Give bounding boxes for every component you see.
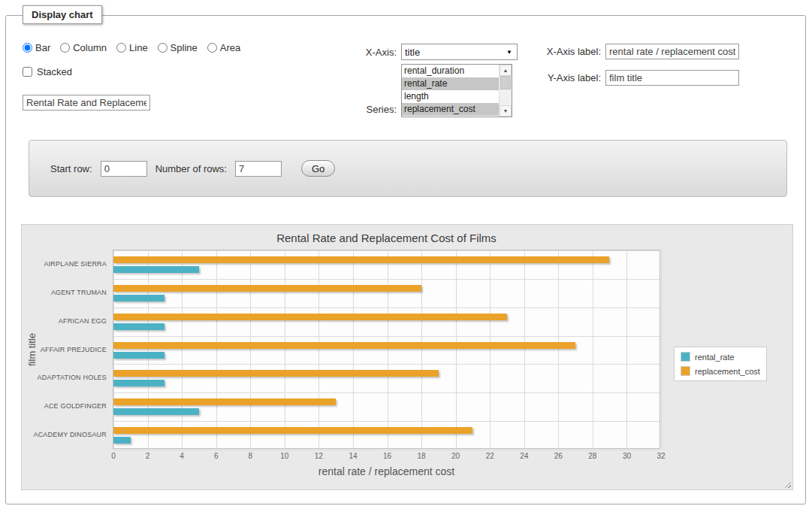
chart-panel: Rental Rate and Replacement Cost of Film… (21, 224, 793, 490)
chart-legend: rental_ratereplacement_cost (674, 347, 767, 381)
grid-line-horizontal (113, 308, 660, 308)
category-labels: AIRPLANE SIERRAAGENT TRUMANAFRICAN EGGAF… (22, 225, 109, 491)
legend-swatch (681, 352, 690, 362)
scroll-down-icon[interactable]: ▼ (500, 105, 512, 117)
category-label: AGENT TRUMAN (51, 289, 107, 296)
number-of-rows-label: Number of rows: (155, 163, 227, 174)
x-axis-select[interactable]: title ▼ (401, 44, 518, 60)
series-row: Series: rental_durationrental_ratelength… (361, 64, 512, 117)
chart-type-label: Area (220, 42, 240, 53)
series-label-text: Series: (361, 104, 397, 115)
x-axis-label-caption: X-Axis label: (535, 46, 601, 57)
grid-line-vertical (250, 250, 251, 448)
bar-rental_rate (113, 352, 165, 359)
x-tick-label: 22 (486, 452, 494, 460)
x-tick-label: 12 (315, 452, 323, 460)
x-tick-label: 16 (383, 452, 391, 460)
category-label: ACE GOLDFINGER (44, 402, 107, 410)
chart-type-radio-spline[interactable] (158, 43, 168, 53)
grid-line-horizontal (113, 336, 660, 337)
y-axis-label-input[interactable] (605, 70, 739, 86)
grid-line-horizontal (113, 364, 660, 365)
x-tick-label: 24 (520, 452, 528, 460)
grid-line-horizontal (113, 450, 660, 450)
x-tick-label: 26 (554, 452, 563, 460)
legend-label: replacement_cost (695, 367, 760, 376)
stacked-checkbox[interactable] (23, 67, 32, 77)
grid-line-vertical (626, 250, 627, 448)
x-tick-label: 20 (451, 452, 460, 460)
grid-line-horizontal (113, 250, 660, 251)
chart-type-radios: BarColumnLineSplineArea (23, 42, 240, 53)
stacked-option[interactable]: Stacked (23, 66, 72, 77)
bar-rental_rate (113, 408, 199, 415)
grid-line-vertical (148, 250, 149, 448)
category-label: AFRICAN EGG (59, 317, 107, 325)
series-scrollbar[interactable]: ▲ ▼ (499, 65, 512, 117)
fieldset-legend: Display chart (23, 5, 102, 24)
chart-type-option-bar[interactable]: Bar (23, 42, 50, 53)
category-label: ADAPTATION HOLES (38, 374, 107, 381)
number-of-rows-input[interactable] (235, 161, 282, 177)
x-tick-label: 2 (146, 452, 150, 460)
x-tick-label: 14 (349, 452, 357, 460)
series-option-rental_rate[interactable]: rental_rate (402, 77, 499, 90)
start-row-label: Start row: (50, 163, 92, 174)
bar-rental_rate (113, 295, 165, 301)
y-axis-label-row: Y-Axis label: (535, 70, 739, 86)
bar-replacement_cost (113, 398, 336, 405)
scroll-up-icon[interactable]: ▲ (500, 65, 512, 76)
grid-line-vertical (216, 250, 217, 448)
grid-line-vertical (456, 250, 457, 448)
grid-line-vertical (113, 250, 114, 448)
x-tick-label: 30 (623, 452, 631, 460)
series-multiselect[interactable]: rental_durationrental_ratelengthreplacem… (401, 64, 512, 117)
chart-type-label: Bar (35, 42, 50, 53)
legend-label: rental_rate (695, 353, 735, 362)
bar-rental_rate (113, 437, 131, 444)
series-options: rental_durationrental_ratelengthreplacem… (402, 65, 499, 117)
category-label: AFFAIR PREJUDICE (41, 346, 107, 353)
series-option-length[interactable]: length (402, 90, 499, 103)
grid-line-vertical (558, 250, 559, 448)
bar-replacement_cost (113, 314, 507, 320)
x-axis-label-text: X-Axis: (361, 47, 397, 58)
chart-type-option-column[interactable]: Column (60, 42, 107, 53)
bar-replacement_cost (113, 427, 472, 434)
start-row-input[interactable] (101, 161, 147, 177)
scrollbar-track[interactable] (500, 76, 512, 105)
grid-line-vertical (318, 250, 319, 448)
grid-line-horizontal (113, 421, 660, 422)
chart-type-option-line[interactable]: Line (116, 42, 148, 53)
display-chart-fieldset: Display chart BarColumnLineSplineArea St… (5, 15, 806, 504)
x-tick-label: 28 (588, 452, 596, 460)
grid-line-vertical (353, 250, 354, 448)
chart-title-input[interactable] (23, 95, 150, 111)
y-axis-label-caption: Y-Axis label: (535, 72, 601, 83)
chart-type-option-area[interactable]: Area (207, 42, 240, 53)
chart-x-axis-title: rental rate / replacement cost (113, 465, 660, 477)
chart-type-radio-line[interactable] (116, 43, 126, 53)
chart-type-radio-column[interactable] (60, 43, 70, 53)
category-label: ACADEMY DINOSAUR (33, 431, 107, 438)
grid-line-vertical (490, 250, 491, 448)
stacked-label: Stacked (37, 66, 72, 77)
x-tick-label: 8 (248, 452, 252, 460)
grid-line-vertical (524, 250, 525, 448)
category-label: AIRPLANE SIERRA (44, 260, 107, 268)
series-option-rental_duration[interactable]: rental_duration (402, 65, 499, 77)
go-button[interactable]: Go (301, 160, 335, 177)
x-axis-label-input[interactable] (605, 44, 739, 59)
resize-handle-icon[interactable] (783, 480, 791, 488)
chart-type-option-spline[interactable]: Spline (158, 42, 198, 53)
bar-replacement_cost (113, 285, 421, 292)
grid-line-vertical (421, 250, 422, 448)
scrollbar-thumb[interactable] (500, 76, 511, 89)
chart-type-radio-area[interactable] (207, 43, 217, 53)
bar-rental_rate (113, 380, 165, 386)
series-option-replacement_cost[interactable]: replacement_cost (402, 103, 499, 116)
x-tick-label: 4 (180, 452, 184, 460)
chart-type-radio-bar[interactable] (23, 43, 32, 53)
dropdown-arrow-icon: ▼ (506, 49, 512, 56)
row-range-panel: Start row: Number of rows: Go (29, 140, 787, 197)
